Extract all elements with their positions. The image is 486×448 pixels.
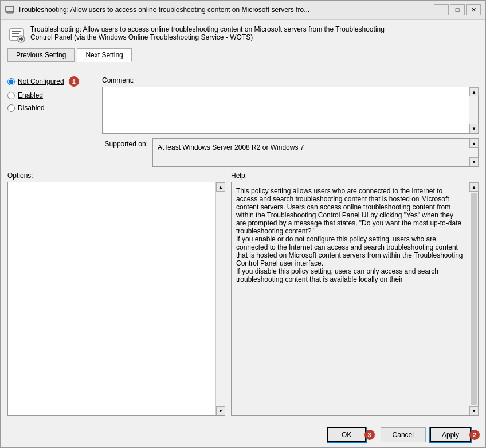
scroll-down-btn[interactable]: ▼ <box>469 124 479 133</box>
comment-scrollbar: ▲ ▼ <box>469 87 478 133</box>
help-text-3: If you disable this policy setting, user… <box>236 267 464 283</box>
disabled-input[interactable] <box>7 104 15 112</box>
supported-section: Supported on: At least Windows Server 20… <box>96 138 479 167</box>
badge-2: 2 <box>469 430 480 440</box>
window-icon <box>5 5 14 14</box>
comment-section: Comment: ▲ ▼ <box>102 76 479 134</box>
help-scroll-up[interactable]: ▲ <box>469 182 479 192</box>
svg-rect-5 <box>12 33 19 34</box>
divider <box>7 69 479 69</box>
enabled-radio[interactable]: Enabled <box>7 91 96 99</box>
previous-setting-button[interactable]: Previous Setting <box>7 48 75 62</box>
ok-button[interactable]: OK <box>327 427 367 443</box>
badge-3: 3 <box>364 430 375 440</box>
opt-scroll-down[interactable]: ▼ <box>216 406 225 415</box>
title-buttons: ─ □ ✕ <box>434 4 481 15</box>
svg-rect-0 <box>6 6 14 12</box>
window-title: Troubleshooting: Allow users to access o… <box>18 6 309 14</box>
apply-button[interactable]: Apply <box>429 427 472 443</box>
help-panel: Help: This policy setting allows users w… <box>231 172 479 416</box>
not-configured-radio[interactable]: Not Configured 1 <box>7 76 96 87</box>
content-area: Troubleshooting: Allow users to access o… <box>1 20 485 422</box>
cancel-button[interactable]: Cancel <box>381 427 426 442</box>
comment-wrapper: ▲ ▼ <box>102 87 479 134</box>
header-description: Troubleshooting: Allow users to access o… <box>30 25 385 41</box>
svg-rect-4 <box>12 31 21 32</box>
radio-group: Not Configured 1 Enabled Disabled <box>7 76 96 134</box>
help-scroll-down[interactable]: ▼ <box>469 406 479 415</box>
top-section: Not Configured 1 Enabled Disabled Commen… <box>7 76 479 134</box>
comment-textarea[interactable] <box>103 87 469 133</box>
help-wrapper: This policy setting allows users who are… <box>231 182 479 416</box>
title-bar: Troubleshooting: Allow users to access o… <box>1 1 485 20</box>
help-title: Help: <box>231 172 479 180</box>
supported-scrollbar: ▲ ▼ <box>469 139 478 166</box>
footer: OK 3 Cancel Apply 2 <box>1 422 485 447</box>
header-section: Troubleshooting: Allow users to access o… <box>7 25 479 44</box>
supported-value: At least Windows Server 2008 R2 or Windo… <box>153 139 469 166</box>
disabled-radio[interactable]: Disabled <box>7 104 96 112</box>
help-text-1: This policy setting allows users who are… <box>236 187 464 235</box>
help-content: This policy setting allows users who are… <box>232 182 469 415</box>
enabled-input[interactable] <box>7 92 15 99</box>
supported-label: Supported on: <box>96 138 148 148</box>
scroll-up-btn[interactable]: ▲ <box>469 87 479 96</box>
minimize-button[interactable]: ─ <box>434 4 449 15</box>
help-scroll-thumb[interactable] <box>471 193 477 405</box>
close-button[interactable]: ✕ <box>466 4 481 15</box>
not-configured-input[interactable] <box>7 78 15 85</box>
svg-rect-1 <box>8 12 11 13</box>
svg-rect-2 <box>7 13 13 14</box>
next-setting-button[interactable]: Next Setting <box>77 48 131 62</box>
nav-buttons: Previous Setting Next Setting <box>7 48 479 62</box>
main-window: Troubleshooting: Allow users to access o… <box>0 0 486 448</box>
policy-icon <box>7 25 26 44</box>
badge-1: 1 <box>69 76 79 87</box>
options-box: ▲ ▼ <box>7 182 225 416</box>
comment-label: Comment: <box>102 76 479 84</box>
options-scrollbar: ▲ ▼ <box>215 182 225 415</box>
opt-scroll-up[interactable]: ▲ <box>216 182 225 192</box>
title-bar-left: Troubleshooting: Allow users to access o… <box>5 5 309 14</box>
options-panel: Options: ▲ ▼ <box>7 172 225 416</box>
help-scrollbar: ▲ ▼ <box>469 182 478 415</box>
restore-button[interactable]: □ <box>450 4 465 15</box>
sup-scroll-down[interactable]: ▼ <box>469 157 479 166</box>
supported-wrapper: At least Windows Server 2008 R2 or Windo… <box>152 138 479 167</box>
options-title: Options: <box>7 172 225 180</box>
options-content <box>8 182 215 415</box>
sup-scroll-up[interactable]: ▲ <box>469 139 479 148</box>
options-help-section: Options: ▲ ▼ Help: This policy setting a… <box>7 172 479 416</box>
help-text-2: If you enable or do not configure this p… <box>236 235 464 267</box>
